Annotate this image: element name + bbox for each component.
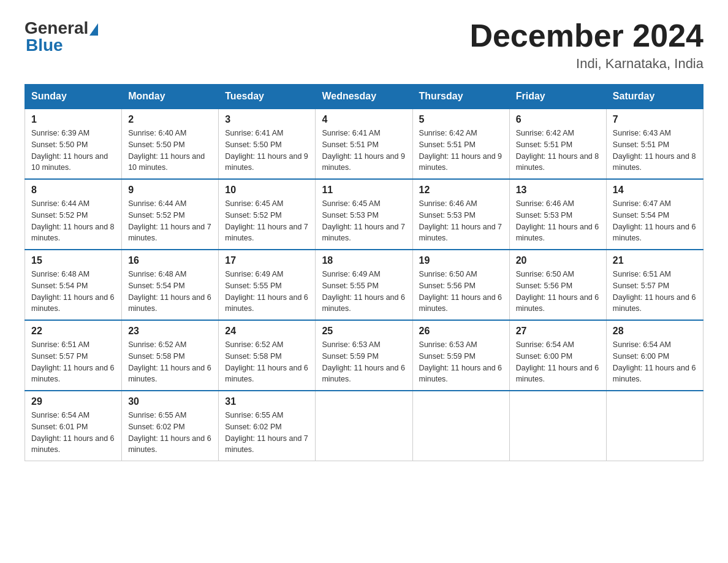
day-info: Sunrise: 6:42 AMSunset: 5:51 PMDaylight:… [516, 129, 599, 172]
day-info: Sunrise: 6:54 AMSunset: 6:00 PMDaylight:… [613, 340, 696, 383]
day-info: Sunrise: 6:41 AMSunset: 5:51 PMDaylight:… [322, 129, 405, 172]
column-header-monday: Monday [122, 85, 219, 109]
day-info: Sunrise: 6:44 AMSunset: 5:52 PMDaylight:… [31, 199, 115, 242]
calendar-cell: 16 Sunrise: 6:48 AMSunset: 5:54 PMDaylig… [122, 250, 219, 320]
week-row-4: 22 Sunrise: 6:51 AMSunset: 5:57 PMDaylig… [25, 320, 703, 391]
day-info: Sunrise: 6:53 AMSunset: 5:59 PMDaylight:… [419, 340, 502, 383]
day-info: Sunrise: 6:50 AMSunset: 5:56 PMDaylight:… [419, 270, 502, 313]
logo: General Blue [25, 18, 99, 55]
calendar-cell: 25 Sunrise: 6:53 AMSunset: 5:59 PMDaylig… [316, 320, 412, 391]
day-number: 27 [516, 326, 600, 337]
week-row-3: 15 Sunrise: 6:48 AMSunset: 5:54 PMDaylig… [25, 250, 703, 320]
day-number: 16 [128, 255, 212, 266]
page-header: General Blue December 2024 Indi, Karnata… [25, 18, 703, 72]
calendar-cell: 10 Sunrise: 6:45 AMSunset: 5:52 PMDaylig… [219, 179, 316, 250]
calendar-cell: 22 Sunrise: 6:51 AMSunset: 5:57 PMDaylig… [25, 320, 122, 391]
calendar-cell [606, 391, 703, 461]
day-number: 2 [128, 114, 212, 125]
location: Indi, Karnataka, India [469, 56, 703, 72]
day-info: Sunrise: 6:46 AMSunset: 5:53 PMDaylight:… [516, 199, 599, 242]
day-info: Sunrise: 6:45 AMSunset: 5:53 PMDaylight:… [322, 199, 405, 242]
day-info: Sunrise: 6:42 AMSunset: 5:51 PMDaylight:… [419, 129, 502, 172]
column-header-thursday: Thursday [412, 85, 509, 109]
day-number: 6 [516, 114, 600, 125]
day-number: 23 [128, 326, 212, 337]
day-number: 21 [613, 255, 697, 266]
calendar-cell: 31 Sunrise: 6:55 AMSunset: 6:02 PMDaylig… [219, 391, 316, 461]
calendar-cell: 20 Sunrise: 6:50 AMSunset: 5:56 PMDaylig… [509, 250, 606, 320]
day-number: 19 [419, 255, 503, 266]
calendar-cell: 6 Sunrise: 6:42 AMSunset: 5:51 PMDayligh… [509, 109, 606, 179]
day-info: Sunrise: 6:55 AMSunset: 6:02 PMDaylight:… [225, 411, 308, 454]
day-info: Sunrise: 6:51 AMSunset: 5:57 PMDaylight:… [31, 340, 115, 383]
day-number: 13 [516, 185, 600, 196]
calendar-cell: 11 Sunrise: 6:45 AMSunset: 5:53 PMDaylig… [316, 179, 412, 250]
calendar-cell: 18 Sunrise: 6:49 AMSunset: 5:55 PMDaylig… [316, 250, 412, 320]
week-row-5: 29 Sunrise: 6:54 AMSunset: 6:01 PMDaylig… [25, 391, 703, 461]
calendar-cell: 26 Sunrise: 6:53 AMSunset: 5:59 PMDaylig… [412, 320, 509, 391]
day-number: 25 [322, 326, 406, 337]
column-header-sunday: Sunday [25, 85, 122, 109]
day-number: 18 [322, 255, 406, 266]
day-info: Sunrise: 6:43 AMSunset: 5:51 PMDaylight:… [613, 129, 696, 172]
day-number: 4 [322, 114, 406, 125]
day-info: Sunrise: 6:51 AMSunset: 5:57 PMDaylight:… [613, 270, 696, 313]
day-number: 15 [31, 255, 115, 266]
calendar-cell: 23 Sunrise: 6:52 AMSunset: 5:58 PMDaylig… [122, 320, 219, 391]
day-number: 7 [613, 114, 697, 125]
day-number: 28 [613, 326, 697, 337]
week-row-2: 8 Sunrise: 6:44 AMSunset: 5:52 PMDayligh… [25, 179, 703, 250]
day-info: Sunrise: 6:44 AMSunset: 5:52 PMDaylight:… [128, 199, 211, 242]
day-number: 22 [31, 326, 115, 337]
calendar-cell: 9 Sunrise: 6:44 AMSunset: 5:52 PMDayligh… [122, 179, 219, 250]
logo-blue: Blue [26, 36, 63, 55]
calendar-cell: 7 Sunrise: 6:43 AMSunset: 5:51 PMDayligh… [606, 109, 703, 179]
calendar-cell: 24 Sunrise: 6:52 AMSunset: 5:58 PMDaylig… [219, 320, 316, 391]
logo-arrow-icon [89, 23, 98, 36]
month-title: December 2024 [469, 18, 703, 53]
calendar-cell: 14 Sunrise: 6:47 AMSunset: 5:54 PMDaylig… [606, 179, 703, 250]
calendar-cell: 27 Sunrise: 6:54 AMSunset: 6:00 PMDaylig… [509, 320, 606, 391]
day-number: 30 [128, 396, 212, 407]
day-number: 8 [31, 185, 115, 196]
column-header-wednesday: Wednesday [316, 85, 412, 109]
day-info: Sunrise: 6:46 AMSunset: 5:53 PMDaylight:… [419, 199, 502, 242]
calendar-table: SundayMondayTuesdayWednesdayThursdayFrid… [25, 84, 703, 461]
calendar-cell: 15 Sunrise: 6:48 AMSunset: 5:54 PMDaylig… [25, 250, 122, 320]
calendar-cell [412, 391, 509, 461]
day-number: 9 [128, 185, 212, 196]
calendar-cell: 30 Sunrise: 6:55 AMSunset: 6:02 PMDaylig… [122, 391, 219, 461]
day-info: Sunrise: 6:49 AMSunset: 5:55 PMDaylight:… [322, 270, 405, 313]
day-info: Sunrise: 6:41 AMSunset: 5:50 PMDaylight:… [225, 129, 308, 172]
day-number: 10 [225, 185, 309, 196]
calendar-cell: 13 Sunrise: 6:46 AMSunset: 5:53 PMDaylig… [509, 179, 606, 250]
day-info: Sunrise: 6:48 AMSunset: 5:54 PMDaylight:… [31, 270, 115, 313]
calendar-cell [316, 391, 412, 461]
day-number: 11 [322, 185, 406, 196]
calendar-cell: 2 Sunrise: 6:40 AMSunset: 5:50 PMDayligh… [122, 109, 219, 179]
calendar-cell: 5 Sunrise: 6:42 AMSunset: 5:51 PMDayligh… [412, 109, 509, 179]
day-number: 3 [225, 114, 309, 125]
day-info: Sunrise: 6:48 AMSunset: 5:54 PMDaylight:… [128, 270, 211, 313]
day-number: 5 [419, 114, 503, 125]
day-info: Sunrise: 6:40 AMSunset: 5:50 PMDaylight:… [128, 129, 205, 172]
calendar-cell: 1 Sunrise: 6:39 AMSunset: 5:50 PMDayligh… [25, 109, 122, 179]
day-info: Sunrise: 6:39 AMSunset: 5:50 PMDaylight:… [31, 129, 108, 172]
day-info: Sunrise: 6:54 AMSunset: 6:00 PMDaylight:… [516, 340, 599, 383]
calendar-cell: 28 Sunrise: 6:54 AMSunset: 6:00 PMDaylig… [606, 320, 703, 391]
calendar-cell: 3 Sunrise: 6:41 AMSunset: 5:50 PMDayligh… [219, 109, 316, 179]
week-row-1: 1 Sunrise: 6:39 AMSunset: 5:50 PMDayligh… [25, 109, 703, 179]
calendar-cell: 19 Sunrise: 6:50 AMSunset: 5:56 PMDaylig… [412, 250, 509, 320]
day-info: Sunrise: 6:55 AMSunset: 6:02 PMDaylight:… [128, 411, 211, 454]
calendar-cell [509, 391, 606, 461]
day-number: 26 [419, 326, 503, 337]
day-info: Sunrise: 6:50 AMSunset: 5:56 PMDaylight:… [516, 270, 599, 313]
day-number: 14 [613, 185, 697, 196]
column-header-tuesday: Tuesday [219, 85, 316, 109]
day-info: Sunrise: 6:52 AMSunset: 5:58 PMDaylight:… [225, 340, 308, 383]
header-row: SundayMondayTuesdayWednesdayThursdayFrid… [25, 85, 703, 109]
day-number: 24 [225, 326, 309, 337]
day-info: Sunrise: 6:47 AMSunset: 5:54 PMDaylight:… [613, 199, 696, 242]
day-info: Sunrise: 6:54 AMSunset: 6:01 PMDaylight:… [31, 411, 115, 454]
day-number: 29 [31, 396, 115, 407]
